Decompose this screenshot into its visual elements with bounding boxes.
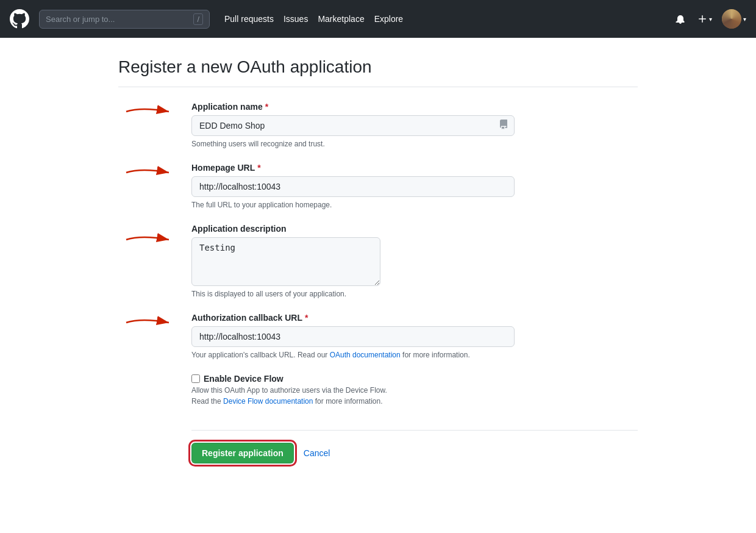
device-flow-label[interactable]: Enable Device Flow [191, 374, 638, 384]
avatar-chevron-icon: ▾ [743, 16, 746, 23]
app-description-hint: This is displayed to all users of your a… [191, 290, 638, 298]
nav-explore[interactable]: Explore [374, 14, 403, 24]
search-placeholder: Search or jump to... [46, 15, 115, 24]
search-shortcut: / [193, 13, 203, 25]
callback-url-row: Authorization callback URL* Your applica… [118, 313, 638, 374]
form-actions-field-col: Register application Cancel [191, 415, 638, 463]
description-field-col: Application description Testing This is … [191, 224, 638, 313]
user-menu[interactable]: ▾ [722, 9, 746, 29]
homepage-url-row: Homepage URL* The full URL to your appli… [118, 163, 638, 224]
app-description-input[interactable]: Testing [191, 237, 380, 286]
arrow-to-app-name [123, 102, 184, 121]
app-name-group: Application name* Something users will r… [191, 102, 638, 148]
page-content: Register a new OAuth application Applic [0, 38, 756, 533]
register-application-button[interactable]: Register application [191, 443, 294, 463]
homepage-arrow-col [118, 163, 191, 182]
device-flow-checkbox[interactable] [191, 374, 200, 383]
homepage-hint: The full URL to your application homepag… [191, 201, 638, 209]
oauth-doc-link[interactable]: OAuth documentation [330, 351, 401, 359]
device-flow-hint2: Read the Device Flow documentation for m… [191, 397, 638, 406]
nav-pull-requests[interactable]: Pull requests [224, 14, 274, 24]
app-name-label: Application name* [191, 102, 638, 112]
callback-url-label: Authorization callback URL* [191, 313, 638, 323]
app-description-group: Application description Testing This is … [191, 224, 638, 298]
device-flow-doc-link[interactable]: Device Flow documentation [223, 397, 313, 406]
notifications-button[interactable] [673, 12, 688, 26]
device-flow-row: Enable Device Flow Allow this OAuth App … [118, 374, 638, 415]
callback-url-group: Authorization callback URL* Your applica… [191, 313, 638, 359]
device-flow-field-col: Enable Device Flow Allow this OAuth App … [191, 374, 638, 415]
homepage-field-col: Homepage URL* The full URL to your appli… [191, 163, 638, 224]
description-row: Application description Testing This is … [118, 224, 638, 313]
avatar [722, 9, 741, 29]
homepage-url-group: Homepage URL* The full URL to your appli… [191, 163, 638, 209]
callback-required: * [305, 313, 308, 323]
app-name-field-col: Application name* Something users will r… [191, 102, 638, 163]
main-nav: Pull requests Issues Marketplace Explore [224, 14, 403, 24]
title-divider [118, 87, 638, 87]
app-name-input-wrapper [191, 115, 515, 136]
arrow-to-description [123, 230, 184, 249]
homepage-url-input[interactable] [191, 176, 515, 197]
callback-url-input[interactable] [191, 326, 515, 347]
app-name-row: Application name* Something users will r… [118, 102, 638, 163]
homepage-required: * [257, 163, 260, 173]
nav-marketplace[interactable]: Marketplace [318, 14, 364, 24]
app-description-label: Application description [191, 224, 638, 234]
app-name-hint: Something users will recognize and trust… [191, 140, 638, 148]
form-actions-row: Register application Cancel [118, 415, 638, 463]
chevron-icon: ▾ [709, 16, 712, 23]
form-actions: Register application Cancel [191, 430, 638, 463]
callback-arrow-col [118, 313, 191, 332]
app-name-arrow-col [118, 102, 191, 121]
app-name-required: * [265, 102, 268, 112]
app-name-icon [499, 120, 508, 132]
header-right: ▾ ▾ [673, 9, 746, 29]
cancel-button[interactable]: Cancel [304, 448, 330, 458]
arrow-to-callback [123, 313, 184, 332]
github-logo[interactable] [10, 9, 29, 29]
description-arrow-col [118, 224, 191, 249]
new-item-button[interactable]: ▾ [695, 12, 715, 26]
device-flow-hint1: Allow this OAuth App to authorize users … [191, 386, 638, 395]
device-flow-group: Enable Device Flow Allow this OAuth App … [191, 374, 638, 406]
top-navbar: Search or jump to... / Pull requests Iss… [0, 0, 756, 38]
app-name-input[interactable] [191, 115, 515, 136]
nav-issues[interactable]: Issues [284, 14, 308, 24]
page-title: Register a new OAuth application [118, 57, 638, 77]
homepage-url-label: Homepage URL* [191, 163, 638, 173]
search-bar[interactable]: Search or jump to... / [39, 10, 210, 29]
callback-hint: Your application's callback URL. Read ou… [191, 351, 638, 359]
form-container: Register a new OAuth application Applic [104, 57, 652, 463]
arrow-to-homepage [123, 163, 184, 182]
callback-field-col: Authorization callback URL* Your applica… [191, 313, 638, 374]
